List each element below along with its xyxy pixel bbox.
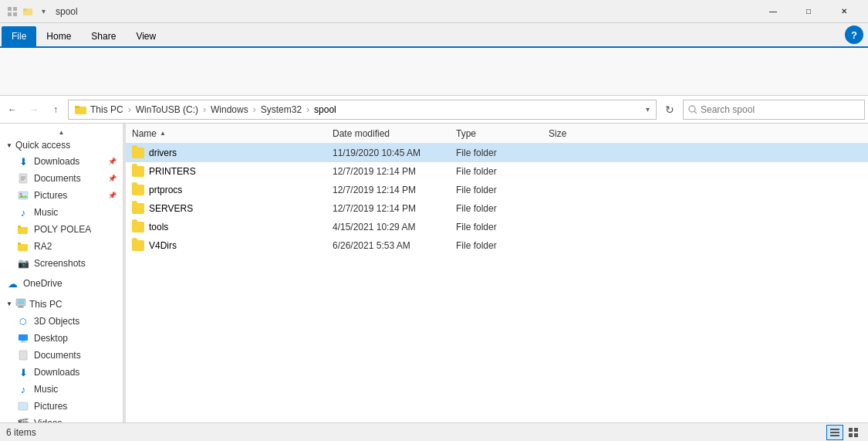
svg-rect-43: [854, 433, 858, 437]
help-button[interactable]: ?: [845, 25, 863, 44]
svg-rect-15: [19, 192, 28, 199]
folder-icon: [132, 222, 144, 232]
sidebar-item-pictures[interactable]: Pictures 📌: [0, 187, 123, 204]
videos-icon: 🎬: [17, 417, 29, 422]
address-box[interactable]: This PC › WinToUSB (C:) › Windows › Syst…: [68, 100, 657, 120]
sidebar-item-videos[interactable]: 🎬 Videos: [0, 415, 123, 422]
title-bar: ▾ spool — □ ✕: [0, 0, 868, 23]
sidebar-item-music[interactable]: ♪ Music: [0, 204, 123, 221]
col-name-header[interactable]: Name ▲: [132, 128, 333, 139]
table-row[interactable]: V4Dirs 6/26/2021 5:53 AM File folder: [126, 236, 868, 255]
col-size-header[interactable]: Size: [549, 128, 610, 139]
back-button[interactable]: ←: [3, 100, 22, 119]
desktop-icon: [17, 332, 29, 344]
svg-rect-24: [19, 306, 23, 307]
sidebar-item-documents[interactable]: Documents 📌: [0, 170, 123, 187]
sidebar-item-music2[interactable]: ♪ Music: [0, 381, 123, 398]
cell-date: 4/15/2021 10:29 AM: [333, 222, 456, 232]
minimize-button[interactable]: —: [755, 0, 791, 23]
sidebar-item-downloads2[interactable]: ⬇ Downloads: [0, 364, 123, 381]
sidebar-item-label: Videos: [34, 418, 62, 422]
search-box[interactable]: [683, 100, 865, 120]
cell-name: prtprocs: [132, 185, 333, 195]
table-row[interactable]: tools 4/15/2021 10:29 AM File folder: [126, 218, 868, 236]
sidebar-item-screenshots[interactable]: 📷 Screenshots: [0, 255, 123, 272]
cell-type: File folder: [456, 166, 549, 177]
col-type-header[interactable]: Type: [456, 128, 549, 139]
details-view-button[interactable]: [826, 425, 843, 440]
folder-icon: [132, 148, 144, 158]
sidebar-item-label: Music: [34, 207, 58, 218]
col-date-header[interactable]: Date modified: [333, 128, 456, 139]
cell-type: File folder: [456, 185, 549, 195]
svg-rect-3: [13, 12, 17, 16]
sort-arrow: ▲: [160, 130, 166, 137]
cell-type: File folder: [456, 203, 549, 214]
sidebar-item-label: Screenshots: [34, 258, 86, 269]
tab-view[interactable]: View: [126, 26, 166, 46]
quick-access-header[interactable]: ▼ Quick access: [0, 137, 123, 153]
quick-access-label: Quick access: [15, 140, 70, 151]
sidebar-item-downloads[interactable]: ⬇ Downloads 📌: [0, 153, 123, 170]
forward-button[interactable]: →: [25, 100, 43, 119]
sidebar-item-poly-polea[interactable]: POLY POLEA: [0, 221, 123, 238]
up-button[interactable]: ↑: [46, 100, 65, 119]
pictures2-icon: [17, 400, 29, 412]
tab-file[interactable]: File: [2, 26, 36, 46]
svg-rect-29: [19, 351, 27, 360]
status-bar: 6 items: [0, 422, 868, 441]
sidebar-item-desktop[interactable]: Desktop: [0, 330, 123, 347]
svg-rect-26: [19, 334, 28, 341]
tiles-view-button[interactable]: [845, 425, 862, 440]
folder-icon: [132, 240, 144, 251]
tab-share[interactable]: Share: [81, 26, 126, 46]
quick-access-chevron: ▼: [6, 142, 12, 149]
sidebar-item-onedrive[interactable]: ☁ OneDrive: [0, 275, 123, 292]
this-pc-icon: [15, 297, 26, 310]
sidebar-item-pictures2[interactable]: Pictures: [0, 398, 123, 415]
this-pc-header[interactable]: ▼ This PC: [0, 295, 123, 313]
svg-rect-28: [20, 342, 26, 343]
tab-home[interactable]: Home: [36, 26, 81, 46]
pin-icon: 📌: [108, 158, 117, 165]
breadcrumb-thispc[interactable]: This PC: [90, 104, 123, 115]
3dobjects-icon: ⬡: [17, 315, 29, 327]
table-row[interactable]: prtprocs 12/7/2019 12:14 PM File folder: [126, 181, 868, 199]
breadcrumb-drive[interactable]: WinToUSB (C:): [136, 104, 198, 115]
svg-rect-37: [830, 429, 839, 430]
breadcrumb-windows[interactable]: Windows: [211, 104, 248, 115]
sidebar-item-label: Documents: [34, 173, 81, 184]
sidebar-item-documents2[interactable]: Documents: [0, 347, 123, 364]
col-name-label: Name: [132, 128, 157, 139]
search-icon: [688, 105, 697, 114]
refresh-button[interactable]: ↻: [660, 100, 680, 120]
details-view-icon: [829, 427, 840, 438]
sidebar-item-3dobjects[interactable]: ⬡ 3D Objects: [0, 313, 123, 330]
svg-rect-25: [18, 307, 24, 308]
onedrive-icon: ☁: [6, 277, 19, 290]
table-row[interactable]: SERVERS 12/7/2019 12:14 PM File folder: [126, 199, 868, 218]
breadcrumb-spool[interactable]: spool: [314, 104, 336, 115]
svg-rect-30: [19, 402, 28, 410]
breadcrumb-system32[interactable]: System32: [261, 104, 302, 115]
sidebar-scroll-up[interactable]: ▲: [0, 127, 123, 137]
table-row[interactable]: PRINTERS 12/7/2019 12:14 PM File folder: [126, 162, 868, 181]
search-input[interactable]: [701, 104, 860, 115]
file-name: V4Dirs: [149, 240, 177, 251]
app-icon: [22, 5, 34, 18]
svg-line-10: [694, 111, 697, 114]
folder-icon: [17, 223, 29, 236]
svg-rect-2: [8, 12, 12, 16]
table-row[interactable]: drivers 11/19/2020 10:45 AM File folder: [126, 144, 868, 162]
ribbon-content: [0, 46, 868, 96]
view-controls: [826, 425, 862, 440]
close-button[interactable]: ✕: [826, 0, 862, 23]
sidebar-item-ra2[interactable]: RA2: [0, 238, 123, 255]
svg-rect-39: [830, 435, 839, 436]
sidebar-item-label: POLY POLEA: [34, 224, 91, 235]
svg-rect-20: [18, 244, 28, 251]
cell-name: tools: [132, 222, 333, 232]
maximize-button[interactable]: □: [791, 0, 826, 23]
address-dropdown-arrow[interactable]: ▾: [646, 105, 650, 114]
sidebar-item-label: 3D Objects: [34, 316, 79, 327]
